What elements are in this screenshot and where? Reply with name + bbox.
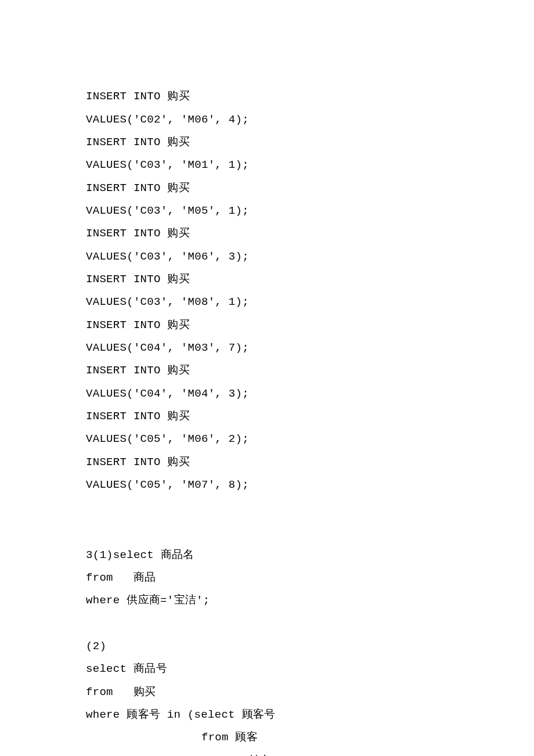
query-line: 3(1)select 商品名 (86, 549, 194, 561)
insert-line: INSERT INTO 购买 (86, 364, 190, 377)
insert-line: INSERT INTO 购买 (86, 136, 190, 149)
insert-line: VALUES('C04', 'M03', 7); (86, 341, 249, 354)
query-line: (2) (86, 640, 106, 653)
insert-line: INSERT INTO 购买 (86, 456, 190, 469)
query-1-block: 3(1)select 商品名 from 商品 where 供应商='宝洁'; (… (86, 521, 534, 756)
insert-line: INSERT INTO 购买 (86, 182, 190, 195)
insert-line: VALUES('C03', 'M06', 3); (86, 250, 249, 263)
insert-line: VALUES('C03', 'M05', 1); (86, 204, 249, 217)
insert-line: VALUES('C04', 'M04', 3); (86, 387, 249, 400)
query-line: where 供应商='宝洁'; (86, 594, 210, 607)
insert-line: VALUES('C03', 'M08', 1); (86, 296, 249, 308)
query-line: from 购买 (86, 686, 156, 699)
spacer (86, 496, 534, 521)
insert-line: VALUES('C03', 'M01', 1); (86, 159, 249, 171)
insert-line: INSERT INTO 购买 (86, 227, 190, 240)
insert-line: INSERT INTO 购买 (86, 90, 190, 103)
query-line: where 姓名='Dennis'); (86, 754, 346, 756)
insert-line: INSERT INTO 购买 (86, 319, 190, 332)
query-line: from 顾客 (86, 731, 258, 744)
query-line: where 顾客号 in (select 顾客号 (86, 708, 275, 721)
insert-line: INSERT INTO 购买 (86, 273, 190, 286)
insert-block: INSERT INTO 购买 VALUES('C02', 'M06', 4); … (86, 63, 534, 496)
insert-line: VALUES('C02', 'M06', 4); (86, 113, 249, 126)
insert-line: INSERT INTO 购买 (86, 410, 190, 423)
insert-line: VALUES('C05', 'M06', 2); (86, 433, 249, 445)
insert-line: VALUES('C05', 'M07', 8); (86, 478, 249, 491)
query-line: select 商品号 (86, 663, 167, 675)
document-page: INSERT INTO 购买 VALUES('C02', 'M06', 4); … (0, 0, 534, 756)
query-line: from 商品 (86, 571, 156, 584)
